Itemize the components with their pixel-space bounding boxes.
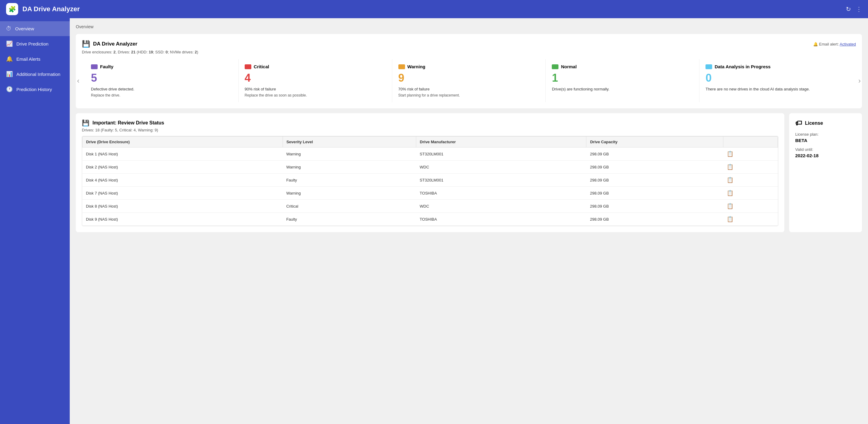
- status-card-critical: Critical 4 90% risk of failure Replace t…: [238, 59, 392, 102]
- critical-icon: [245, 64, 251, 69]
- drive-review-card: 💾 Important: Review Drive Status Drives:…: [76, 113, 784, 232]
- email-alert-status[interactable]: Activated: [840, 42, 856, 47]
- col-capacity: Drive Capacity: [586, 137, 723, 147]
- license-icon: 🏷: [795, 119, 802, 127]
- severity-level: Warning: [283, 147, 416, 161]
- sidebar-item-label: Drive Prediction: [17, 41, 49, 47]
- license-title: License: [805, 120, 823, 126]
- app-logo: 🧩: [6, 3, 18, 15]
- sidebar-item-email-alerts[interactable]: 🔔 Email Alerts: [0, 51, 70, 66]
- manufacturer: ST320LM001: [416, 147, 586, 161]
- status-card-analysis: Data Analysis in Progress 0 There are no…: [699, 59, 853, 102]
- capacity: 298.09 GB: [586, 187, 723, 200]
- sidebar-item-prediction-history[interactable]: 🕐 Prediction History: [0, 82, 70, 97]
- carousel-left-button[interactable]: ‹: [77, 77, 80, 85]
- sidebar-item-label: Prediction History: [17, 87, 52, 92]
- carousel-right-button[interactable]: ›: [858, 77, 861, 85]
- drive-review-title: Important: Review Drive Status: [92, 120, 164, 126]
- main-content: Overview 💾 DA Drive Analyzer 🔔 Email ale…: [70, 18, 868, 424]
- report-button[interactable]: 📋: [723, 174, 778, 187]
- status-row: Faulty 5 Defective drive detected. Repla…: [85, 59, 853, 102]
- warning-count: 9: [398, 72, 540, 84]
- license-header: 🏷 License: [795, 119, 856, 127]
- critical-desc: 90% risk of failure: [245, 87, 386, 91]
- critical-action: Replace the drive as soon as possible.: [245, 93, 386, 97]
- col-report: [723, 137, 778, 147]
- severity-level: Warning: [283, 161, 416, 174]
- severity-level: Critical: [283, 200, 416, 213]
- email-alert-label: Email alert:: [819, 42, 839, 47]
- sidebar-item-overview[interactable]: ⏱ Overview: [0, 21, 70, 36]
- col-severity: Severity Level: [283, 137, 416, 147]
- drive-name: Disk 2 (NAS Host): [83, 161, 283, 174]
- faulty-icon: [91, 64, 98, 69]
- warning-desc: 70% risk of failure: [398, 87, 540, 91]
- capacity: 298.09 GB: [586, 161, 723, 174]
- report-button[interactable]: 📋: [723, 187, 778, 200]
- table-row: Disk 1 (NAS Host) Warning ST320LM001 298…: [83, 147, 778, 161]
- drive-subtitle: Drive enclosures: 2, Drives: 21 (HDD: 19…: [82, 50, 856, 54]
- manufacturer: WDC: [416, 161, 586, 174]
- manufacturer: WDC: [416, 200, 586, 213]
- status-card-normal: Normal 1 Drive(s) are functioning normal…: [546, 59, 699, 102]
- report-button[interactable]: 📋: [723, 200, 778, 213]
- email-alerts-icon: 🔔: [6, 56, 13, 62]
- analysis-icon: [706, 64, 712, 69]
- overview-card: 💾 DA Drive Analyzer 🔔 Email alert: Activ…: [76, 34, 862, 108]
- more-options-button[interactable]: ⋮: [856, 5, 862, 13]
- email-alert-row: 🔔 Email alert: Activated: [813, 42, 856, 47]
- drive-name: Disk 9 (NAS Host): [83, 213, 283, 226]
- col-drive: Drive (Drive Enclosure): [83, 137, 283, 147]
- analysis-desc: There are no new drives in the cloud AI …: [706, 87, 847, 91]
- faulty-action: Replace the drive.: [91, 93, 232, 97]
- table-row: Disk 8 (NAS Host) Critical WDC 298.09 GB…: [83, 200, 778, 213]
- overview-icon: ⏱: [6, 26, 11, 32]
- header-actions: ↻ ⋮: [846, 5, 862, 13]
- analysis-count: 0: [706, 72, 847, 84]
- report-button[interactable]: 📋: [723, 147, 778, 161]
- report-button[interactable]: 📋: [723, 161, 778, 174]
- severity-level: Warning: [283, 187, 416, 200]
- license-valid-label: Valid until:: [795, 147, 856, 152]
- drive-name: Disk 8 (NAS Host): [83, 200, 283, 213]
- refresh-button[interactable]: ↻: [846, 5, 851, 13]
- license-plan-value: BETA: [795, 138, 856, 143]
- drive-review-icon: 💾: [82, 119, 89, 126]
- drive-review-subtitle: Drives: 18 (Faulty: 5, Critical: 4, Warn…: [82, 128, 778, 132]
- drive-name: Disk 4 (NAS Host): [83, 174, 283, 187]
- breadcrumb: Overview: [76, 24, 862, 29]
- report-button[interactable]: 📋: [723, 213, 778, 226]
- drive-name: Disk 1 (NAS Host): [83, 147, 283, 161]
- sidebar-item-drive-prediction[interactable]: 📈 Drive Prediction: [0, 36, 70, 51]
- drive-table-wrapper[interactable]: Drive (Drive Enclosure) Severity Level D…: [82, 136, 778, 226]
- drive-table: Drive (Drive Enclosure) Severity Level D…: [82, 136, 778, 226]
- license-valid-value: 2022-02-18: [795, 153, 856, 158]
- capacity: 298.09 GB: [586, 147, 723, 161]
- status-card-faulty: Faulty 5 Defective drive detected. Repla…: [85, 59, 238, 102]
- manufacturer: TOSHIBA: [416, 213, 586, 226]
- license-plan-label: License plan:: [795, 132, 856, 137]
- analysis-label: Data Analysis in Progress: [715, 64, 771, 69]
- overview-title-row: 💾 DA Drive Analyzer: [82, 40, 137, 48]
- app-header: 🧩 DA Drive Analyzer ↻ ⋮: [0, 0, 868, 18]
- sidebar-item-additional-info[interactable]: 📊 Additional Information: [0, 66, 70, 82]
- critical-label: Critical: [254, 64, 269, 69]
- overview-header: 💾 DA Drive Analyzer 🔔 Email alert: Activ…: [82, 40, 856, 48]
- normal-count: 1: [552, 72, 693, 84]
- normal-desc: Drive(s) are functioning normally.: [552, 87, 693, 91]
- critical-count: 4: [245, 72, 386, 84]
- status-card-warning: Warning 9 70% risk of failure Start plan…: [392, 59, 546, 102]
- sidebar-item-label: Additional Information: [17, 72, 60, 77]
- warning-action: Start planning for a drive replacement.: [398, 93, 540, 97]
- manufacturer: TOSHIBA: [416, 187, 586, 200]
- drive-prediction-icon: 📈: [6, 40, 13, 47]
- bottom-row: 💾 Important: Review Drive Status Drives:…: [76, 113, 862, 237]
- severity-level: Faulty: [283, 174, 416, 187]
- sidebar-item-label: Email Alerts: [17, 56, 40, 62]
- prediction-history-icon: 🕐: [6, 86, 13, 92]
- drive-name: Disk 7 (NAS Host): [83, 187, 283, 200]
- manufacturer: ST320LM001: [416, 174, 586, 187]
- overview-title: DA Drive Analyzer: [93, 41, 137, 47]
- bell-icon: 🔔: [813, 42, 818, 47]
- faulty-desc: Defective drive detected.: [91, 87, 232, 91]
